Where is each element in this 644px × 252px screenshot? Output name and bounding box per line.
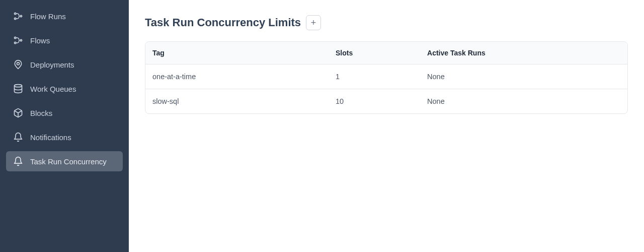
table-header-row: Tag Slots Active Task Runs xyxy=(145,42,627,65)
page-header: Task Run Concurrency Limits + xyxy=(145,15,628,30)
main-content: Task Run Concurrency Limits + Tag Slots … xyxy=(129,0,644,252)
sidebar-item-label: Deployments xyxy=(30,60,74,69)
deployments-icon xyxy=(13,59,23,70)
sidebar-item-label: Task Run Concurrency xyxy=(30,157,107,166)
sidebar-item-deployments[interactable]: Deployments xyxy=(6,54,123,75)
cell-tag: slow-sql xyxy=(145,89,329,114)
table-row[interactable]: one-at-a-time 1 None xyxy=(145,65,627,89)
svg-point-6 xyxy=(17,62,20,65)
cell-tag: one-at-a-time xyxy=(145,65,329,89)
concurrency-limits-table: Tag Slots Active Task Runs one-at-a-time… xyxy=(145,41,628,114)
page-title: Task Run Concurrency Limits xyxy=(145,16,301,29)
cell-slots: 1 xyxy=(329,65,420,89)
work-queues-icon xyxy=(13,84,23,94)
sidebar-item-label: Flows xyxy=(30,36,50,45)
flow-runs-icon xyxy=(13,11,23,21)
sidebar: Flow Runs Flows Deployments Work xyxy=(0,0,129,252)
column-header-slots: Slots xyxy=(329,42,420,65)
column-header-tag: Tag xyxy=(145,42,329,65)
notifications-icon xyxy=(13,132,23,142)
sidebar-item-label: Flow Runs xyxy=(30,12,66,21)
blocks-icon xyxy=(13,108,23,118)
sidebar-item-notifications[interactable]: Notifications xyxy=(6,127,123,147)
sidebar-item-task-run-concurrency[interactable]: Task Run Concurrency xyxy=(6,151,123,171)
cell-active: None xyxy=(420,65,627,89)
task-run-concurrency-icon xyxy=(13,156,23,166)
column-header-active-task-runs: Active Task Runs xyxy=(420,42,627,65)
flows-icon xyxy=(13,35,23,45)
table-row[interactable]: slow-sql 10 None xyxy=(145,89,627,114)
cell-active: None xyxy=(420,89,627,114)
sidebar-item-label: Notifications xyxy=(30,133,71,142)
sidebar-item-flow-runs[interactable]: Flow Runs xyxy=(6,6,123,26)
sidebar-item-label: Blocks xyxy=(30,109,52,117)
add-button[interactable]: + xyxy=(306,15,321,30)
sidebar-item-blocks[interactable]: Blocks xyxy=(6,103,123,123)
sidebar-item-work-queues[interactable]: Work Queues xyxy=(6,79,123,99)
sidebar-item-flows[interactable]: Flows xyxy=(6,30,123,50)
cell-slots: 10 xyxy=(329,89,420,114)
svg-point-7 xyxy=(15,85,22,87)
sidebar-item-label: Work Queues xyxy=(30,85,76,93)
plus-icon: + xyxy=(311,18,316,27)
